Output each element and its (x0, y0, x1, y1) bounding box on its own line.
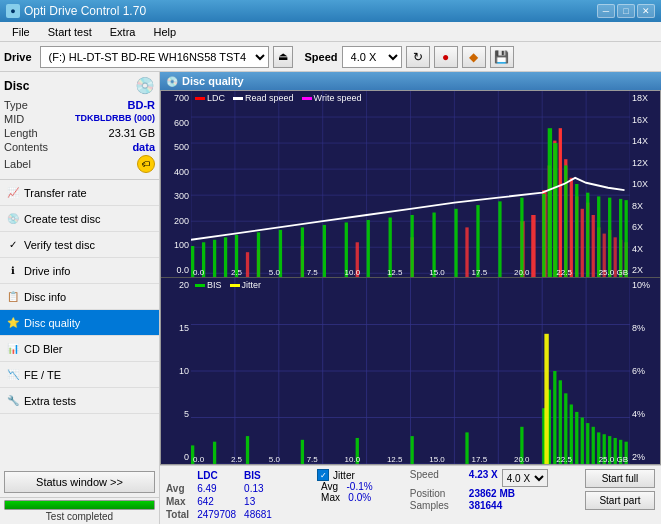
type-label: Type (4, 99, 28, 111)
speed-select[interactable]: 4.0 X (342, 46, 402, 68)
type-value: BD-R (128, 99, 156, 111)
ldc-legend-write-speed: Write speed (302, 93, 362, 103)
jitter-avg-row: Avg -0.1% (317, 481, 373, 492)
verify-test-disc-icon: ✓ (6, 238, 20, 252)
speed-label: Speed (305, 51, 338, 63)
label-label: Label (4, 158, 31, 170)
sidebar-progress-fill (5, 501, 154, 509)
sidebar-item-disc-quality[interactable]: ⭐ Disc quality (0, 310, 159, 336)
svg-rect-65 (575, 184, 578, 277)
cd-bler-icon: 📊 (6, 342, 20, 356)
samples-row: Samples 381644 (410, 500, 548, 511)
sidebar-menu: 📈 Transfer rate 💿 Create test disc ✓ Ver… (0, 180, 159, 467)
svg-rect-61 (542, 194, 545, 277)
sidebar-item-cd-bler[interactable]: 📊 CD Bler (0, 336, 159, 362)
total-bis: 48681 (244, 508, 280, 521)
svg-rect-58 (476, 205, 479, 277)
close-button[interactable]: ✕ (637, 4, 655, 18)
ldc-legend-ldc: LDC (195, 93, 225, 103)
toolbar-btn2[interactable]: ◆ (462, 46, 486, 68)
svg-rect-57 (454, 209, 457, 277)
bis-chart-svg (191, 278, 630, 464)
main-container: Disc 💿 Type BD-R MID TDKBLDRBB (000) Len… (0, 72, 661, 524)
ldc-y-axis-right: 18X 16X 14X 12X 10X 8X 6X 4X 2X (630, 91, 660, 277)
svg-rect-98 (564, 393, 567, 464)
bis-legend-bis: BIS (195, 280, 222, 290)
jitter-checkbox[interactable]: ✓ (317, 469, 329, 481)
avg-bis: 0.13 (244, 482, 280, 495)
disc-info-icon: 📋 (6, 290, 20, 304)
sidebar-item-extra-tests[interactable]: 🔧 Extra tests (0, 388, 159, 414)
ldc-x-axis: 0.02.55.07.510.012.515.017.520.022.525.0… (191, 268, 630, 277)
bis-header: BIS (244, 469, 280, 482)
ldc-legend-read-speed: Read speed (233, 93, 294, 103)
svg-rect-67 (597, 196, 600, 277)
refresh-button[interactable]: ↻ (406, 46, 430, 68)
minimize-button[interactable]: ─ (597, 4, 615, 18)
svg-rect-70 (625, 200, 628, 277)
status-window-button[interactable]: Status window >> (4, 471, 155, 493)
max-label: Max (166, 495, 197, 508)
charts-area: 700 600 500 400 300 200 100 0.0 LDC (160, 90, 661, 465)
jitter-header: ✓ Jitter (317, 469, 373, 481)
speed-info: Speed 4.23 X 4.0 X Position 23862 MB Sam… (410, 469, 548, 512)
ldc-chart-main: LDC Read speed Write speed (191, 91, 630, 277)
disc-section-title: Disc (4, 79, 29, 93)
drive-select[interactable]: (F:) HL-DT-ST BD-RE WH16NS58 TST4 (40, 46, 269, 68)
speed-row: Speed 4.23 X 4.0 X (410, 469, 548, 487)
create-test-disc-icon: 💿 (6, 212, 20, 226)
drive-info-icon: ℹ (6, 264, 20, 278)
sidebar-progress-section: Test completed (0, 497, 159, 524)
menu-start-test[interactable]: Start test (40, 24, 100, 40)
ldc-chart-legend: LDC Read speed Write speed (195, 93, 361, 103)
maximize-button[interactable]: □ (617, 4, 635, 18)
sidebar-item-label-extra-tests: Extra tests (24, 395, 76, 407)
avg-label: Avg (166, 482, 197, 495)
sidebar: Disc 💿 Type BD-R MID TDKBLDRBB (000) Len… (0, 72, 160, 524)
svg-rect-97 (559, 380, 562, 464)
speed-select[interactable]: 4.0 X (502, 469, 548, 487)
toolbar: Drive (F:) HL-DT-ST BD-RE WH16NS58 TST4 … (0, 42, 661, 72)
eject-button[interactable]: ⏏ (273, 46, 293, 68)
svg-rect-62 (548, 128, 552, 277)
avg-ldc: 6.49 (197, 482, 244, 495)
jitter-avg: -0.1% (347, 481, 373, 492)
menu-file[interactable]: File (4, 24, 38, 40)
save-button[interactable]: 💾 (490, 46, 514, 68)
jitter-max-label: Max (321, 492, 340, 503)
menu-extra[interactable]: Extra (102, 24, 144, 40)
sidebar-item-label-drive-info: Drive info (24, 265, 70, 277)
bis-chart: 20 15 10 5 0 BIS Jitter (161, 278, 660, 464)
mid-value: TDKBLDRBB (000) (75, 113, 155, 125)
jitter-max: 0.0% (348, 492, 371, 503)
position-label: Position (410, 488, 465, 499)
start-full-button[interactable]: Start full (585, 469, 655, 488)
sidebar-item-label-disc-quality: Disc quality (24, 317, 80, 329)
title-bar: ● Opti Drive Control 1.70 ─ □ ✕ (0, 0, 661, 22)
length-label: Length (4, 127, 38, 139)
position-value: 23862 MB (469, 488, 515, 499)
sidebar-item-verify-test-disc[interactable]: ✓ Verify test disc (0, 232, 159, 258)
label-icon: 🏷 (137, 155, 155, 173)
sidebar-item-transfer-rate[interactable]: 📈 Transfer rate (0, 180, 159, 206)
total-label: Total (166, 508, 197, 521)
transfer-rate-icon: 📈 (6, 186, 20, 200)
sidebar-item-drive-info[interactable]: ℹ Drive info (0, 258, 159, 284)
start-part-button[interactable]: Start part (585, 491, 655, 510)
sidebar-progress-bar (4, 500, 155, 510)
svg-rect-110 (544, 334, 548, 464)
sidebar-item-disc-info[interactable]: 📋 Disc info (0, 284, 159, 310)
sidebar-item-label-fe-te: FE / TE (24, 369, 61, 381)
toolbar-btn1[interactable]: ● (434, 46, 458, 68)
disc-quality-icon: ⭐ (6, 316, 20, 330)
sidebar-item-create-test-disc[interactable]: 💿 Create test disc (0, 206, 159, 232)
fe-te-icon: 📉 (6, 368, 20, 382)
max-ldc: 642 (197, 495, 244, 508)
sidebar-item-fe-te[interactable]: 📉 FE / TE (0, 362, 159, 388)
menu-help[interactable]: Help (145, 24, 184, 40)
drive-label: Drive (4, 51, 32, 63)
jitter-section: ✓ Jitter Avg -0.1% Max 0.0% (317, 469, 373, 503)
sidebar-item-label-disc-info: Disc info (24, 291, 66, 303)
panel-title: Disc quality (182, 75, 244, 87)
speed-value: 4.23 X (469, 469, 498, 487)
